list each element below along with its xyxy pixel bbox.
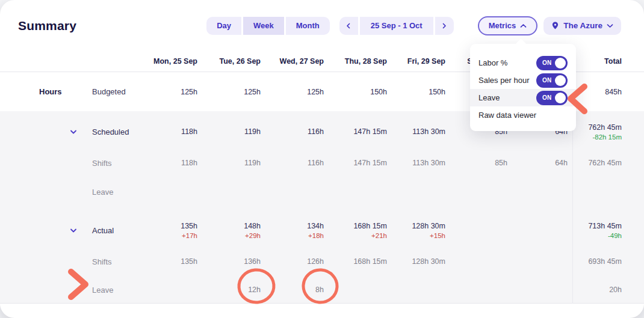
cell-delta: +21h bbox=[325, 232, 388, 239]
row-label-actual: Actual bbox=[82, 226, 149, 235]
cell-delta: +15h bbox=[388, 232, 447, 239]
metrics-button[interactable]: Metrics bbox=[478, 16, 538, 35]
cell-value: 125h bbox=[262, 88, 325, 96]
cell-value: 147h 15m bbox=[325, 159, 388, 167]
row-label-shifts: Shifts bbox=[82, 257, 149, 266]
cell-value-with-delta: 135h +17h bbox=[149, 222, 199, 239]
chevron-down-icon bbox=[70, 228, 77, 233]
cell-value: 118h bbox=[149, 159, 199, 167]
cell-total: 762h 45m -82h 15m bbox=[573, 123, 644, 141]
prev-week-button[interactable] bbox=[339, 17, 358, 35]
col-header-mon: Mon, 25 Sep bbox=[149, 57, 199, 66]
cell-value: 148h bbox=[199, 222, 262, 230]
tab-month[interactable]: Month bbox=[286, 17, 330, 35]
cell-value: 128h 30m bbox=[388, 222, 447, 230]
cell-value: 125h bbox=[199, 88, 262, 96]
summary-card: Summary Day Week Month 25 Sep - 1 Oct bbox=[0, 0, 644, 318]
cell-value: 119h bbox=[199, 127, 262, 136]
cell-value: 168h 15m bbox=[325, 222, 388, 230]
table-row-scheduled-leave: Leave bbox=[0, 177, 644, 206]
toolbar: Day Week Month 25 Sep - 1 Oct Metr bbox=[206, 16, 621, 35]
date-navigator: 25 Sep - 1 Oct bbox=[339, 17, 454, 35]
table-row-actual-shifts: Shifts 135h 136h 126h 168h 15m 128h 30m … bbox=[0, 247, 644, 276]
cell-value: 135h bbox=[149, 257, 199, 266]
cell-delta: +17h bbox=[149, 232, 199, 239]
cell-value: 125h bbox=[149, 88, 199, 96]
total-delta: -82h 15m bbox=[573, 133, 622, 141]
section-spacer bbox=[0, 206, 644, 213]
table-row-scheduled-shifts: Shifts 118h 119h 116h 147h 15m 113h 30m … bbox=[0, 148, 644, 177]
cell-delta: +18h bbox=[262, 232, 325, 239]
chevron-up-icon bbox=[520, 23, 527, 28]
date-range-label[interactable]: 25 Sep - 1 Oct bbox=[360, 17, 433, 35]
cell-value: 150h bbox=[388, 88, 447, 96]
menu-item-label: Sales per hour bbox=[478, 76, 530, 85]
toggle-state-label: ON bbox=[542, 77, 552, 84]
collapse-scheduled-button[interactable] bbox=[0, 129, 82, 135]
metrics-dropdown: Labor % ON Sales per hour ON Leave ON Ra… bbox=[470, 44, 576, 131]
col-header-wed: Wed, 27 Sep bbox=[262, 57, 325, 66]
cell-value: 8h bbox=[262, 286, 325, 294]
row-label-scheduled: Scheduled bbox=[82, 127, 149, 136]
col-header-thu: Thu, 28 Sep bbox=[325, 57, 388, 66]
table-row-actual: Actual 135h +17h 148h +29h 134h +18h 168… bbox=[0, 213, 644, 247]
row-group-hours: Hours bbox=[0, 87, 82, 96]
cell-value: 119h bbox=[199, 159, 262, 167]
col-header-tue: Tue, 26 Sep bbox=[199, 57, 262, 66]
toggle-knob bbox=[555, 93, 566, 103]
row-label-shifts: Shifts bbox=[82, 159, 149, 168]
table-row-actual-leave: Leave 12h 8h 20h bbox=[0, 276, 644, 304]
cell-value: 134h bbox=[262, 222, 325, 230]
menu-item-leave[interactable]: Leave ON bbox=[470, 89, 576, 106]
col-header-total: Total bbox=[573, 57, 644, 66]
menu-item-raw-data-viewer[interactable]: Raw data viewer bbox=[470, 106, 576, 124]
row-label-budgeted: Budgeted bbox=[82, 87, 149, 96]
cell-value-with-delta: 128h 30m +15h bbox=[388, 222, 447, 239]
row-label-leave: Leave bbox=[82, 188, 149, 197]
table-body: Scheduled 118h 119h 116h 147h 15m 113h 3… bbox=[0, 111, 644, 304]
location-label: The Azure bbox=[563, 21, 602, 30]
cell-value: 85h bbox=[447, 159, 509, 167]
menu-item-label: Labor % bbox=[478, 58, 507, 67]
toggle-knob bbox=[555, 75, 566, 86]
menu-item-label: Leave bbox=[478, 93, 500, 102]
cell-value: 136h bbox=[199, 257, 262, 266]
collapse-actual-button[interactable] bbox=[0, 228, 82, 233]
cell-value: 113h 30m bbox=[388, 127, 447, 136]
view-switcher: Day Week Month bbox=[206, 17, 330, 35]
cell-value: 128h 30m bbox=[388, 257, 447, 266]
cell-total: 845h bbox=[573, 88, 644, 96]
toggle-knob bbox=[555, 58, 566, 69]
cell-total: 693h 45m bbox=[573, 257, 644, 266]
cell-total: 20h bbox=[573, 286, 644, 294]
location-selector[interactable]: The Azure bbox=[543, 17, 621, 35]
total-value: 762h 45m bbox=[573, 123, 622, 132]
cell-value: 64h bbox=[509, 159, 573, 167]
total-value: 713h 45m bbox=[573, 222, 622, 230]
menu-item-labor[interactable]: Labor % ON bbox=[470, 54, 576, 72]
cell-value: 118h bbox=[149, 127, 199, 136]
chevron-down-icon bbox=[70, 129, 77, 135]
sales-per-hour-toggle[interactable]: ON bbox=[536, 73, 568, 88]
cell-value-with-delta: 134h +18h bbox=[262, 222, 325, 239]
map-pin-icon bbox=[551, 21, 559, 30]
cell-total: 762h 45m bbox=[573, 159, 644, 167]
cell-value: 147h 15m bbox=[325, 127, 388, 136]
tab-week[interactable]: Week bbox=[243, 17, 284, 35]
cell-value-with-delta: 168h 15m +21h bbox=[325, 222, 388, 239]
tab-day[interactable]: Day bbox=[206, 17, 241, 35]
page-title: Summary bbox=[18, 19, 76, 33]
leave-toggle[interactable]: ON bbox=[536, 91, 568, 105]
labor-toggle[interactable]: ON bbox=[536, 56, 568, 70]
chevron-down-icon bbox=[607, 23, 613, 28]
menu-item-sales-per-hour[interactable]: Sales per hour ON bbox=[470, 72, 576, 89]
toggle-state-label: ON bbox=[542, 60, 552, 66]
cell-value: 116h bbox=[262, 159, 325, 167]
next-week-button[interactable] bbox=[435, 17, 454, 35]
row-label-leave: Leave bbox=[82, 286, 149, 295]
cell-value: 150h bbox=[325, 88, 388, 96]
cell-value: 12h bbox=[199, 286, 262, 294]
chevron-left-icon bbox=[345, 22, 352, 29]
cell-value: 116h bbox=[262, 127, 325, 136]
col-header-fri: Fri, 29 Sep bbox=[388, 57, 447, 66]
